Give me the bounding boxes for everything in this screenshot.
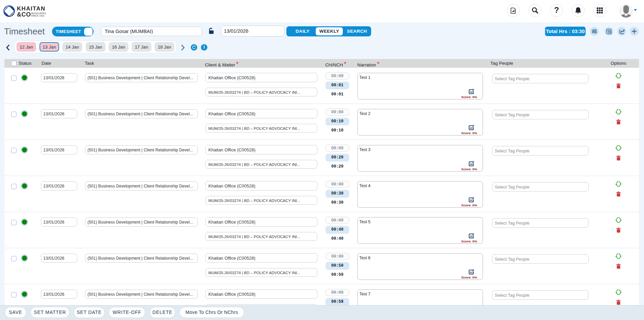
svg-text:AI: AI <box>470 271 473 274</box>
svg-text:AI: AI <box>470 235 473 238</box>
svg-text:AI: AI <box>470 126 473 130</box>
svg-text:AI: AI <box>470 163 473 166</box>
svg-text:AI: AI <box>470 199 473 202</box>
svg-text:AI: AI <box>470 90 473 94</box>
